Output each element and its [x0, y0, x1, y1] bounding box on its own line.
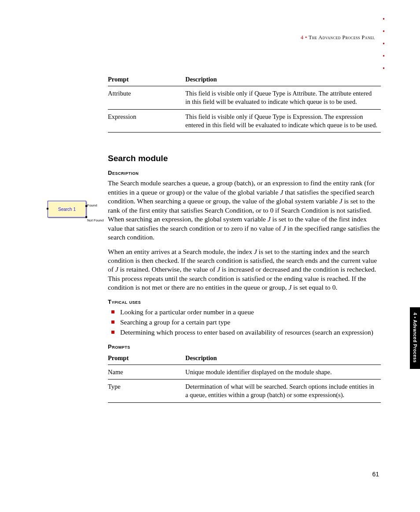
header-dots-decoration: ••••• [383, 16, 385, 72]
table-row: Name Unique module identifier displayed … [108, 365, 381, 379]
running-header: 4 • The Advanced Process Panel [301, 34, 375, 41]
table-row: Expression This field is visible only if… [108, 109, 381, 133]
table-header-description: Description [185, 74, 381, 86]
description-cell: This field is visible only if Queue Type… [185, 86, 381, 110]
prompt-cell: Name [108, 365, 185, 379]
output-label-not-found: Not Found [87, 218, 103, 222]
table-header-prompt: Prompt [108, 74, 185, 86]
subheading-typical-uses: Typical uses [108, 298, 381, 305]
module-label: Search 1 [58, 207, 76, 212]
description-cell: This field is visible only if Queue Type… [185, 109, 381, 133]
main-content: Prompt Description Attribute This field … [108, 74, 381, 403]
subheading-description: Description [108, 169, 381, 176]
search-module-figure: Search 1 Found Not Found [48, 201, 96, 217]
description-paragraph-2: When an entity arrives at a Search modul… [108, 247, 381, 292]
page-number: 61 [372, 471, 379, 478]
module-shape: Search 1 [48, 201, 86, 217]
chapter-number: 4 [301, 34, 304, 41]
prompts-table: Prompt Description Name Unique module id… [108, 353, 381, 403]
description-cell: Determination of what will be searched. … [185, 379, 381, 403]
list-item: Searching a group for a certain part typ… [108, 318, 381, 327]
table-row: Type Determination of what will be searc… [108, 379, 381, 403]
prompt-cell: Expression [108, 109, 185, 133]
table-header-description: Description [185, 353, 381, 365]
table-row: Attribute This field is visible only if … [108, 86, 381, 110]
output-label-found: Found [87, 203, 97, 207]
description-paragraph-1: The Search module searches a queue, a gr… [108, 179, 381, 242]
chapter-side-tab: 4 • Advanced Process [410, 307, 420, 369]
list-item: Determining which process to enter based… [108, 328, 381, 337]
description-cell: Unique module identifier displayed on th… [185, 365, 381, 379]
typical-uses-list: Looking for a particular order number in… [108, 308, 381, 337]
list-item: Looking for a particular order number in… [108, 308, 381, 317]
subheading-prompts: Prompts [108, 343, 381, 350]
prompt-cell: Attribute [108, 86, 185, 110]
table-header-prompt: Prompt [108, 353, 185, 365]
chapter-title: The Advanced Process Panel [309, 34, 375, 41]
section-heading: Search module [108, 154, 381, 163]
prompt-table-continued: Prompt Description Attribute This field … [108, 74, 381, 133]
prompt-cell: Type [108, 379, 185, 403]
